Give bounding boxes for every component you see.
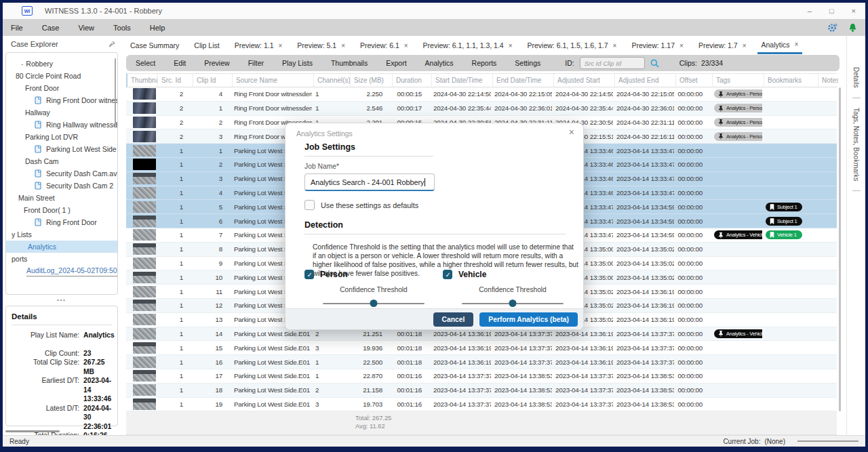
slider-handle[interactable] — [370, 300, 378, 307]
toolbar-filter[interactable]: Filter — [248, 59, 264, 67]
close-tab-icon[interactable]: × — [679, 42, 684, 49]
column-header-tags[interactable]: Tags — [712, 74, 764, 87]
panel-tab-details[interactable]: Details — [852, 67, 860, 88]
perform-analytics-button[interactable]: Perform Analytics (beta) — [479, 312, 578, 327]
toolbar-select[interactable]: Select — [136, 59, 155, 67]
pin-icon[interactable] — [108, 38, 115, 50]
maximize-icon[interactable]: □ — [829, 7, 834, 15]
column-header-offset[interactable]: Offset — [675, 74, 712, 87]
toolbar-reports[interactable]: Reports — [472, 59, 497, 67]
close-tab-icon[interactable]: × — [279, 42, 283, 49]
menu-case[interactable]: Case — [42, 24, 60, 32]
tab-preview-6-1-1-5-1-6-1-7[interactable]: Preview: 6.1, 1.5, 1.6, 1.7× — [524, 39, 621, 53]
close-tab-icon[interactable]: × — [743, 42, 747, 49]
tab-preview-6-1[interactable]: Preview: 6.1× — [356, 39, 412, 53]
cell-thumbnail — [126, 355, 156, 369]
tree-item-dash-cam[interactable]: Dash Cam — [6, 155, 117, 167]
notification-bell-icon[interactable] — [848, 23, 857, 33]
tree-item-y-lists[interactable]: y Lists — [6, 228, 117, 241]
tree-item-ring-hallway-witnessdemo-g[interactable]: Ring Hallway witnessdemo@g... — [6, 119, 117, 131]
column-header-clip-id[interactable]: Clip Id — [193, 74, 232, 87]
column-header-size-mb[interactable]: Size (MB) — [350, 74, 392, 87]
column-header-channels[interactable]: Channel(s) — [313, 74, 350, 87]
tree-item-ring-front-door-witnessdemo[interactable]: Ring Front Door witnessdemo... — [6, 94, 117, 106]
table-row[interactable]: 119Parking Lot West Side.E01319.70300:01… — [126, 398, 837, 412]
table-row[interactable]: 24Ring Front Door witnessdemo12.25000:00… — [126, 87, 837, 102]
toolbar-preview[interactable]: Preview — [204, 59, 229, 67]
tree-item-80-circle-point-road[interactable]: 80 Circle Point Road — [6, 70, 117, 82]
dialog-close-icon[interactable]: × — [569, 127, 574, 138]
sidebar-hscrollbar[interactable] — [5, 430, 60, 432]
column-header-notes[interactable]: Notes — [818, 74, 838, 87]
toolbar-thumbnails[interactable]: Thumbnails — [331, 59, 368, 67]
search-icon[interactable] — [650, 59, 659, 68]
column-header-source-name[interactable]: Source Name — [232, 74, 313, 87]
column-header-start-date-time[interactable]: Start Date/Time — [431, 74, 492, 87]
tree-item-auditlog-2024-05-02t09-50-44z[interactable]: AuditLog_2024-05-02T09:50:44Z — [6, 265, 117, 277]
toolbar-analytics[interactable]: Analytics — [425, 59, 454, 67]
tree-item-main-street[interactable]: Main Street — [6, 192, 117, 204]
close-icon[interactable]: × — [852, 7, 856, 15]
column-header-thumbnail[interactable]: Thumbnail — [127, 74, 157, 87]
toolbar-play-lists[interactable]: Play Lists — [282, 59, 313, 67]
tree-item-ring-front-door[interactable]: Ring Front Door — [6, 216, 117, 228]
column-header-bookmarks[interactable]: Bookmarks — [764, 74, 818, 87]
table-row[interactable]: 21Ring Front Door witnessdemo12.54600:00… — [126, 102, 837, 116]
tree-item-analytics[interactable]: Analytics — [6, 241, 117, 253]
close-tab-icon[interactable]: × — [509, 42, 513, 49]
column-header-adjusted-start[interactable]: Adjusted Start — [553, 74, 614, 87]
close-tab-icon[interactable]: × — [341, 42, 345, 49]
slider-handle[interactable] — [509, 300, 517, 307]
menu-view[interactable]: View — [78, 24, 94, 32]
tab-preview-1-7[interactable]: Preview: 1.7× — [694, 39, 751, 53]
gear-icon[interactable] — [827, 23, 837, 33]
close-tab-icon[interactable]: × — [613, 42, 617, 49]
tree-item-front-door[interactable]: Front Door — [6, 82, 117, 94]
toolbar-settings[interactable]: Settings — [515, 59, 540, 67]
vehicle-checkbox[interactable] — [443, 270, 452, 279]
tab-preview-5-1[interactable]: Preview: 5.1× — [293, 39, 349, 53]
job-name-input[interactable]: Analytics Search - 24-001 Robbery — [304, 173, 435, 191]
table-row[interactable]: 118Parking Lot West Side.E01221.15800:01… — [126, 384, 837, 398]
tree-scrollbar[interactable] — [115, 58, 116, 126]
table-row[interactable]: 115Parking Lot West Side.E01319.93600:01… — [126, 341, 837, 355]
table-vscrollbar[interactable] — [839, 87, 841, 411]
minimize-icon[interactable]: – — [808, 7, 812, 15]
tab-preview-1-17[interactable]: Preview: 1.17× — [627, 39, 687, 53]
column-header-src-id[interactable]: Src. Id — [157, 74, 193, 87]
tree-item-security-dash-cam-2[interactable]: Security Dash Cam 2 — [6, 180, 117, 192]
tab-case-summary[interactable]: Case Summary — [126, 39, 183, 53]
tree-item-security-dash-cam-avi[interactable]: Security Dash Cam.avi — [6, 167, 117, 180]
tree-item-ports[interactable]: ports — [6, 253, 117, 265]
cancel-button[interactable]: Cancel — [433, 312, 474, 327]
defaults-checkbox[interactable] — [304, 200, 315, 210]
tree-item-front-door-1[interactable]: Front Door( 1 ) — [6, 204, 117, 216]
table-row[interactable]: 117Parking Lot West Side.E01122.87000:01… — [126, 369, 837, 384]
menu-help[interactable]: Help — [150, 24, 165, 32]
tab-clip-list[interactable]: Clip List — [190, 39, 223, 53]
vehicle-confidence-slider[interactable] — [462, 300, 564, 307]
collapse-icon[interactable]: - — [21, 60, 23, 68]
column-header-end-date-time[interactable]: End Date/Time — [492, 74, 553, 87]
tree-item-parking-lot-dvr[interactable]: Parking Lot DVR — [6, 131, 117, 143]
menu-tools[interactable]: Tools — [113, 24, 131, 32]
panel-tab-tags-notes-bookmarks[interactable]: Tags, Notes, Bookmarks — [852, 108, 860, 181]
tab-preview-1-1[interactable]: Preview: 1.1× — [231, 39, 287, 53]
panel-splitter[interactable]: ••• — [3, 296, 121, 304]
tree-item-hallway[interactable]: Hallway — [6, 106, 117, 119]
table-row[interactable]: 116Parking Lot West Side.E01122.50000:01… — [126, 355, 837, 369]
tree-item-robbery[interactable]: -Robbery — [6, 58, 117, 70]
person-confidence-slider[interactable] — [323, 300, 425, 307]
person-checkbox[interactable] — [304, 270, 314, 279]
column-header-duration[interactable]: Duration — [392, 74, 431, 87]
tree-item-parking-lot-west-side-e01[interactable]: Parking Lot West Side E01 — [6, 143, 117, 155]
close-tab-icon[interactable]: × — [404, 42, 408, 49]
toolbar-export[interactable]: Export — [386, 59, 406, 67]
tab-analytics[interactable]: Analytics× — [757, 38, 803, 54]
toolbar-edit[interactable]: Edit — [174, 59, 186, 67]
tab-preview-6-1-1-1-1-3-1-4[interactable]: Preview: 6.1, 1.1, 1.3, 1.4× — [419, 39, 517, 53]
column-header-adjusted-end[interactable]: Adjusted End — [614, 74, 675, 87]
menu-file[interactable]: File — [11, 24, 23, 32]
id-search-input[interactable] — [580, 57, 645, 69]
close-tab-icon[interactable]: × — [795, 41, 799, 48]
